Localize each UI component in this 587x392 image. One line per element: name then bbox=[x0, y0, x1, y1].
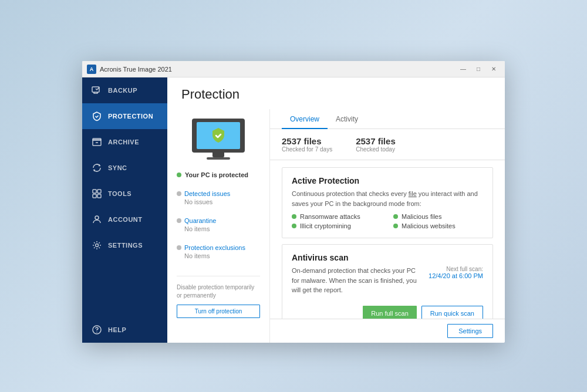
svg-rect-4 bbox=[97, 190, 101, 193]
antivirus-title: Antivirus scan bbox=[292, 253, 483, 262]
exclusions-value: No items bbox=[177, 252, 260, 259]
feature-malicious-websites: Malicious websites bbox=[393, 222, 483, 229]
sidebar-item-tools[interactable]: TOOLS bbox=[82, 181, 167, 207]
feature-dot-malicious-websites bbox=[393, 224, 398, 228]
main-window: A Acronis True Image 2021 — □ ✕ BACKUP bbox=[82, 61, 505, 343]
sidebar-label-backup: BACKUP bbox=[108, 87, 137, 94]
next-scan-value: 12/4/20 at 6:00 PM bbox=[429, 272, 483, 279]
detected-issues-value: No issues bbox=[177, 198, 260, 205]
svg-rect-5 bbox=[93, 194, 96, 198]
main-area: BACKUP PROTECTION bbox=[82, 77, 505, 343]
content-header: Protection bbox=[167, 77, 505, 109]
sidebar-label-tools: TOOLS bbox=[108, 190, 131, 197]
sync-icon bbox=[92, 163, 102, 173]
quarantine-value: No items bbox=[177, 225, 260, 232]
shield-icon bbox=[211, 127, 226, 144]
svg-rect-3 bbox=[93, 190, 96, 193]
sidebar-label-sync: SYNC bbox=[108, 164, 127, 171]
sidebar-item-settings[interactable]: SETTINGS bbox=[82, 232, 167, 258]
sidebar-label-account: ACCOUNT bbox=[108, 216, 143, 223]
tabs-bar: Overview Activity bbox=[270, 109, 505, 129]
turn-off-description: Disable protection temporarily or perman… bbox=[177, 283, 260, 300]
tools-icon bbox=[92, 188, 102, 199]
stat-today: 2537 files Checked today bbox=[356, 136, 396, 153]
cards-area: Active Protection Continuous protection … bbox=[270, 160, 505, 319]
titlebar-controls: — □ ✕ bbox=[457, 65, 500, 74]
antivirus-desc: On-demand protection that checks your PC… bbox=[292, 266, 417, 295]
sidebar-item-help[interactable]: HELP bbox=[82, 317, 167, 343]
active-protection-card: Active Protection Continuous protection … bbox=[282, 167, 493, 238]
titlebar: A Acronis True Image 2021 — □ ✕ bbox=[82, 61, 505, 77]
feature-label-malicious-websites: Malicious websites bbox=[402, 222, 456, 229]
protection-status: Your PC is protected bbox=[177, 171, 260, 178]
status-text: Your PC is protected bbox=[185, 171, 248, 178]
monitor-illustration bbox=[192, 119, 245, 160]
minimize-button[interactable]: — bbox=[457, 65, 470, 74]
svg-point-8 bbox=[96, 244, 99, 247]
quarantine-item: Quarantine No items bbox=[177, 217, 260, 232]
feature-dot-cryptomining bbox=[292, 224, 296, 228]
active-protection-title: Active Protection bbox=[292, 176, 483, 185]
stat-7days: 2537 files Checked for 7 days bbox=[282, 136, 332, 153]
content-body: Your PC is protected Detected issues No … bbox=[167, 109, 505, 343]
page-title: Protection bbox=[181, 87, 491, 102]
tab-activity[interactable]: Activity bbox=[328, 109, 366, 129]
next-scan-label: Next full scan: bbox=[429, 266, 483, 272]
maximize-button[interactable]: □ bbox=[472, 65, 485, 74]
status-dot-green bbox=[177, 173, 181, 177]
exclusions-item: Protection exclusions No items bbox=[177, 244, 260, 259]
run-full-scan-button[interactable]: Run full scan bbox=[363, 306, 417, 319]
titlebar-left: A Acronis True Image 2021 bbox=[87, 65, 172, 74]
feature-label-malicious-files: Malicious files bbox=[402, 213, 441, 220]
svg-rect-6 bbox=[97, 194, 101, 198]
stat-7days-label: Checked for 7 days bbox=[282, 146, 332, 153]
quarantine-label: Quarantine bbox=[184, 217, 216, 224]
settings-button[interactable]: Settings bbox=[447, 324, 493, 338]
sidebar: BACKUP PROTECTION bbox=[82, 77, 167, 343]
stat-today-label: Checked today bbox=[356, 146, 396, 153]
svg-point-7 bbox=[95, 216, 99, 219]
left-panel: Your PC is protected Detected issues No … bbox=[167, 109, 270, 343]
stats-row: 2537 files Checked for 7 days 2537 files… bbox=[270, 129, 505, 160]
active-protection-desc: Continuous protection that checks every … bbox=[292, 189, 483, 208]
feature-cryptomining: Illicit cryptomining bbox=[292, 222, 382, 229]
scan-buttons: Run full scan Run quick scan bbox=[292, 306, 483, 319]
turn-off-section: Disable protection temporarily or perman… bbox=[177, 276, 260, 318]
detected-issues-item: Detected issues No issues bbox=[177, 190, 260, 205]
antivirus-body: On-demand protection that checks your PC… bbox=[292, 266, 483, 300]
sidebar-item-sync[interactable]: SYNC bbox=[82, 155, 167, 181]
sidebar-item-protection[interactable]: PROTECTION bbox=[82, 103, 167, 129]
close-button[interactable]: ✕ bbox=[487, 65, 500, 74]
archive-icon bbox=[92, 137, 102, 147]
feature-ransomware: Ransomware attacks bbox=[292, 213, 382, 220]
antivirus-scan-card: Antivirus scan On-demand protection that… bbox=[282, 244, 493, 319]
features-grid: Ransomware attacks Malicious files Illic… bbox=[292, 213, 483, 229]
sidebar-label-settings: SETTINGS bbox=[108, 242, 143, 249]
content-area: Protection bbox=[167, 77, 505, 343]
turn-off-button[interactable]: Turn off protection bbox=[177, 305, 260, 318]
sidebar-label-archive: ARCHIVE bbox=[108, 138, 139, 146]
app-icon: A bbox=[87, 65, 96, 74]
help-icon bbox=[92, 325, 102, 335]
sidebar-label-help: HELP bbox=[108, 326, 126, 333]
sidebar-item-archive[interactable]: ARCHIVE bbox=[82, 129, 167, 155]
run-quick-scan-button[interactable]: Run quick scan bbox=[421, 306, 483, 319]
protection-icon bbox=[92, 111, 102, 121]
feature-dot-malicious-files bbox=[393, 214, 398, 219]
stat-today-number: 2537 files bbox=[356, 136, 396, 146]
stat-7days-number: 2537 files bbox=[282, 136, 332, 146]
exclusions-label: Protection exclusions bbox=[184, 244, 245, 251]
titlebar-title: Acronis True Image 2021 bbox=[100, 66, 172, 73]
right-panel: Overview Activity 2537 files Checked for… bbox=[270, 109, 505, 343]
feature-dot-ransomware bbox=[292, 214, 296, 219]
sidebar-item-account[interactable]: ACCOUNT bbox=[82, 207, 167, 232]
settings-icon bbox=[92, 240, 102, 251]
sidebar-item-backup[interactable]: BACKUP bbox=[82, 77, 167, 103]
antivirus-right: Next full scan: 12/4/20 at 6:00 PM bbox=[429, 266, 483, 300]
feature-malicious-files: Malicious files bbox=[393, 213, 483, 220]
tab-overview[interactable]: Overview bbox=[282, 109, 328, 129]
detected-issues-label: Detected issues bbox=[184, 190, 230, 197]
sidebar-label-protection: PROTECTION bbox=[108, 113, 153, 120]
svg-rect-0 bbox=[92, 87, 99, 92]
feature-label-cryptomining: Illicit cryptomining bbox=[300, 222, 351, 229]
